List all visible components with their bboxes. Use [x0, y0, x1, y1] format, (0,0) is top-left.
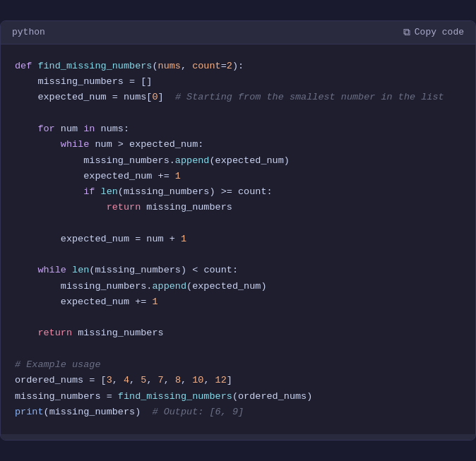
code-line-9: if len(missing_numbers) >= count: — [15, 184, 461, 200]
copy-icon: ⧉ — [403, 27, 410, 38]
code-line-22: missing_numbers = find_missing_numbers(o… — [15, 389, 461, 405]
code-line-17 — [15, 310, 461, 325]
code-line-7: missing_numbers.append(expected_num) — [15, 153, 461, 169]
copy-button[interactable]: ⧉ Copy code — [403, 27, 464, 38]
code-line-8: expected_num += 1 — [15, 169, 461, 184]
code-line-16: expected_num += 1 — [15, 294, 461, 310]
code-header: python ⧉ Copy code — [1, 21, 475, 44]
code-line-19 — [15, 342, 461, 357]
code-block: python ⧉ Copy code def find_missing_numb… — [0, 20, 476, 441]
code-line-3: expected_num = nums[0] # Starting from t… — [15, 90, 461, 105]
copy-button-label: Copy code — [415, 27, 464, 37]
code-line-2: missing_numbers = [] — [15, 74, 461, 90]
code-line-4 — [15, 106, 461, 121]
code-line-11 — [15, 216, 461, 232]
code-line-21: ordered_nums = [3, 4, 5, 7, 8, 10, 12] — [15, 373, 461, 388]
code-line-14: while len(missing_numbers) < count: — [15, 263, 461, 278]
language-label: python — [12, 27, 45, 37]
code-line-23: print(missing_numbers) # Output: [6, 9] — [15, 405, 461, 420]
code-line-13 — [15, 247, 461, 263]
code-line-15: missing_numbers.append(expected_num) — [15, 279, 461, 294]
code-line-20: # Example usage — [15, 357, 461, 373]
code-line-1: def find_missing_numbers(nums, count=2): — [15, 59, 461, 74]
code-content: def find_missing_numbers(nums, count=2):… — [1, 44, 475, 434]
code-line-6: while num > expected_num: — [15, 137, 461, 152]
code-line-10: return missing_numbers — [15, 200, 461, 215]
scrollbar[interactable] — [1, 434, 475, 440]
code-line-12: expected_num = num + 1 — [15, 232, 461, 247]
code-line-18: return missing_numbers — [15, 325, 461, 341]
code-line-5: for num in nums: — [15, 121, 461, 137]
